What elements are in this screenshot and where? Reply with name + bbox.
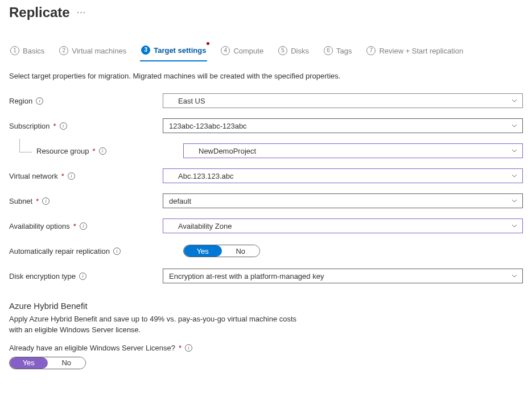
tree-line-icon [19, 139, 32, 152]
label-disk-encryption: Disk encryption type i [9, 272, 163, 280]
tab-label: Tags [336, 47, 352, 55]
label-text: Subscription [9, 122, 50, 130]
subscription-select[interactable]: 123abc-123abc-123abc [163, 118, 523, 133]
field-region: Region i East US [9, 92, 523, 110]
required-asterisk: * [61, 172, 64, 180]
hybrid-license-question-row: Already have an eligible Windows Server … [9, 344, 523, 352]
label-text: Disk encryption type [9, 272, 76, 280]
tab-number-icon: 6 [324, 46, 333, 55]
required-asterisk: * [179, 344, 182, 352]
disk-encryption-select[interactable]: Encryption at-rest with a platform-manag… [163, 269, 523, 283]
label-subnet: Subnet * i [9, 197, 163, 205]
auto-repair-yes-option[interactable]: Yes [184, 245, 222, 257]
label-resource-group: Resource group * i [9, 147, 163, 155]
chevron-down-icon [511, 273, 518, 279]
select-value: default [169, 197, 191, 205]
tab-label: Virtual machines [72, 47, 126, 55]
field-resource-group: Resource group * i NewDemoProject [9, 142, 523, 160]
hybrid-benefit-description: Apply Azure Hybrid Benefit and save up t… [9, 314, 523, 336]
tab-compute[interactable]: 4 Compute [220, 43, 265, 61]
required-asterisk: * [93, 147, 96, 155]
info-icon[interactable]: i [42, 197, 50, 205]
tab-number-icon: 4 [221, 46, 230, 55]
select-value: 123abc-123abc-123abc [169, 122, 247, 130]
tab-number-icon: 1 [10, 46, 19, 55]
info-icon[interactable]: i [185, 344, 192, 352]
page-header: Replicate ··· [9, 0, 523, 23]
chevron-down-icon [511, 147, 518, 154]
info-icon[interactable]: i [99, 147, 106, 155]
required-asterisk: * [36, 197, 39, 205]
label-text: Region [9, 97, 32, 105]
required-asterisk: * [53, 122, 56, 130]
question-text: Already have an eligible Windows Server … [9, 344, 175, 352]
info-icon[interactable]: i [36, 97, 43, 105]
label-availability: Availability options * i [9, 222, 163, 230]
label-text: Subnet [9, 197, 32, 205]
label-text: Resource group [36, 147, 89, 155]
info-icon[interactable]: i [60, 122, 67, 130]
info-icon[interactable]: i [113, 248, 121, 255]
label-auto-repair: Automatically repair replication i [9, 247, 163, 255]
select-value: Encryption at-rest with a platform-manag… [169, 272, 324, 280]
required-asterisk: * [73, 222, 76, 230]
tab-label: Compute [233, 47, 263, 55]
desc-line: Apply Azure Hybrid Benefit and save up t… [9, 315, 296, 323]
page-title: Replicate [9, 5, 70, 20]
resource-group-select[interactable]: NewDemoProject [183, 143, 523, 158]
tab-label: Review + Start replication [379, 47, 463, 55]
tab-basics[interactable]: 1 Basics [9, 43, 46, 61]
hybrid-benefit-title: Azure Hybrid Benefit [9, 301, 523, 311]
select-value: NewDemoProject [199, 147, 256, 155]
chevron-down-icon [511, 122, 518, 129]
label-text: Automatically repair replication [9, 247, 110, 255]
select-value: Abc.123.123.abc [178, 172, 234, 180]
tab-number-icon: 3 [141, 46, 150, 55]
tab-virtual-machines[interactable]: 2 Virtual machines [58, 43, 127, 61]
region-select[interactable]: East US [163, 93, 523, 108]
tab-label: Basics [23, 47, 44, 55]
desc-line: with an eligible Windows Server license. [9, 325, 141, 334]
select-value: Availability Zone [178, 222, 232, 230]
chevron-down-icon [511, 222, 518, 229]
hybrid-yes-option[interactable]: Yes [10, 357, 48, 369]
chevron-down-icon [511, 172, 518, 179]
field-subscription: Subscription * i 123abc-123abc-123abc [9, 117, 523, 135]
tab-review[interactable]: 7 Review + Start replication [365, 43, 464, 61]
tab-number-icon: 2 [59, 46, 68, 55]
wizard-tab-row: 1 Basics 2 Virtual machines 3 Target set… [9, 42, 523, 61]
alert-dot-icon [207, 42, 209, 45]
label-text: Availability options [9, 222, 70, 230]
field-auto-repair: Automatically repair replication i Yes N… [9, 242, 523, 260]
tab-label: Disks [291, 47, 309, 55]
field-subnet: Subnet * i default [9, 192, 523, 210]
info-icon[interactable]: i [79, 273, 86, 280]
more-icon[interactable]: ··· [77, 7, 86, 18]
subnet-select[interactable]: default [163, 193, 523, 208]
tab-label: Target settings [154, 46, 206, 55]
info-icon[interactable]: i [80, 222, 87, 230]
label-region: Region i [9, 97, 163, 105]
chevron-down-icon [511, 197, 518, 204]
auto-repair-toggle: Yes No [183, 245, 260, 257]
auto-repair-no-option[interactable]: No [222, 245, 260, 257]
tab-target-settings[interactable]: 3 Target settings [140, 42, 207, 61]
tab-number-icon: 7 [366, 46, 376, 55]
vnet-select[interactable]: Abc.123.123.abc [163, 168, 523, 183]
availability-select[interactable]: Availability Zone [163, 218, 523, 233]
hybrid-no-option[interactable]: No [48, 357, 86, 369]
label-text: Virtual network [9, 172, 58, 180]
label-virtual-network: Virtual network * i [9, 172, 163, 180]
label-subscription: Subscription * i [9, 122, 163, 130]
select-value: East US [178, 97, 205, 105]
chevron-down-icon [511, 97, 518, 104]
tab-disks[interactable]: 5 Disks [277, 43, 310, 61]
info-icon[interactable]: i [68, 172, 75, 180]
hybrid-license-toggle: Yes No [9, 357, 86, 369]
field-virtual-network: Virtual network * i Abc.123.123.abc [9, 167, 523, 185]
tab-number-icon: 5 [278, 46, 287, 55]
tab-tags[interactable]: 6 Tags [323, 43, 353, 61]
intro-text: Select target properties for migration. … [9, 72, 523, 80]
field-availability-options: Availability options * i Availability Zo… [9, 217, 523, 235]
field-disk-encryption: Disk encryption type i Encryption at-res… [9, 267, 523, 285]
